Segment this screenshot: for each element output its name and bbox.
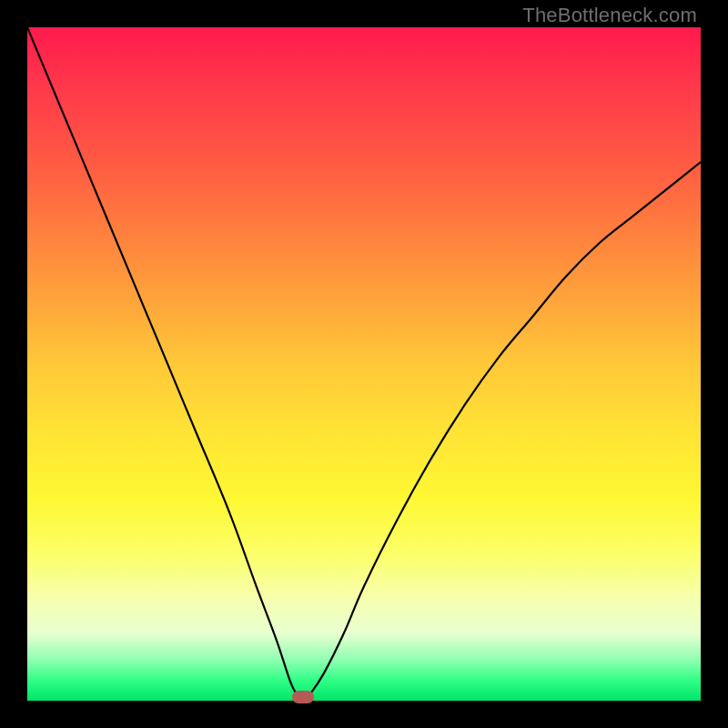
watermark-text: TheBottleneck.com	[522, 4, 697, 27]
curve-svg	[27, 27, 701, 701]
optimal-marker	[292, 691, 314, 703]
chart-frame: TheBottleneck.com	[0, 0, 728, 728]
plot-area	[27, 27, 701, 701]
bottleneck-curve	[27, 27, 701, 701]
